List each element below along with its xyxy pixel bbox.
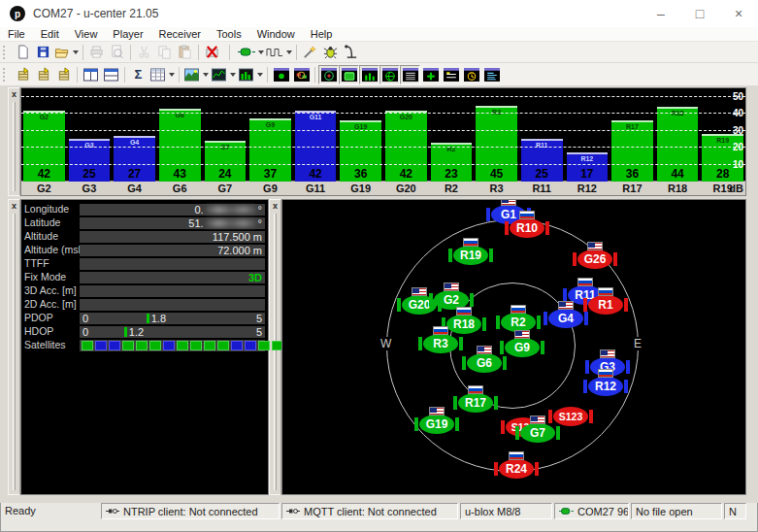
split-horizontal-icon[interactable] — [81, 65, 101, 84]
dropdown-caret-icon[interactable] — [203, 73, 209, 77]
world-position-icon[interactable] — [379, 65, 400, 84]
histogram-view-icon[interactable] — [237, 65, 264, 84]
info-panel-handle[interactable]: x — [8, 199, 20, 495]
redacted-value — [206, 219, 256, 227]
bar-sat-label: G7 — [205, 144, 247, 150]
satellite-R10: R10 — [504, 218, 550, 238]
signal-bar-G7: G724 — [203, 88, 248, 182]
satellite-tick — [501, 420, 505, 434]
menu-edit[interactable]: Edit — [33, 28, 67, 40]
dropdown-caret-icon[interactable] — [230, 73, 236, 77]
satellite-used-square — [258, 341, 270, 350]
deviation-map-icon[interactable] — [291, 65, 312, 84]
bar-value-label: 25 — [67, 167, 113, 181]
chart-view-icon[interactable] — [182, 65, 210, 84]
satellite-unused-square — [231, 341, 243, 350]
camera-view-icon[interactable] — [271, 65, 291, 84]
satellite-tick — [624, 298, 628, 312]
menu-window[interactable]: Window — [249, 28, 303, 40]
new-file-icon[interactable] — [13, 43, 33, 62]
menu-receiver[interactable]: Receiver — [151, 28, 209, 40]
axis-label-G3: G3 — [67, 183, 113, 194]
panel-grip[interactable] — [13, 102, 16, 191]
maximize-button[interactable]: □ — [680, 0, 719, 27]
sky-view-icon[interactable] — [318, 65, 339, 84]
table-view-icon[interactable] — [148, 65, 176, 84]
menu-help[interactable]: Help — [303, 28, 341, 40]
close-button[interactable]: × — [719, 0, 758, 27]
satellite-tick — [537, 316, 541, 329]
text-console-icon[interactable] — [481, 65, 502, 84]
messages-view-icon[interactable] — [400, 65, 420, 84]
signal-chart-panel-handle[interactable]: x — [8, 87, 20, 196]
axis-label-R3: R3 — [474, 183, 519, 194]
bar-sat-label: R12 — [567, 155, 609, 162]
connect-receiver-icon[interactable] — [237, 43, 265, 62]
toolbar-separator — [124, 67, 125, 83]
line-chart-view-icon[interactable] — [210, 65, 237, 84]
panel-grip[interactable] — [274, 214, 277, 490]
axis-label-R17: R17 — [610, 183, 655, 194]
toolbar-grip[interactable] — [3, 46, 9, 59]
bar-value-label: 42 — [293, 167, 339, 181]
info-label: Fix Mode — [24, 272, 80, 283]
minimize-button[interactable]: – — [642, 0, 680, 27]
us-flag-icon — [600, 349, 615, 358]
close-sky-view-button[interactable]: x — [270, 201, 280, 212]
database-export-icon[interactable] — [53, 65, 74, 84]
sky-view-panel: W E G1R10R19G26G20G2R11R1G4R2R18R3G9G6G3… — [281, 199, 746, 495]
statistics-view-icon[interactable]: Σ — [128, 65, 148, 84]
satellite-label: G9 — [505, 338, 540, 357]
menu-tools[interactable]: Tools — [209, 28, 249, 40]
auto-bauding-icon[interactable] — [300, 43, 320, 62]
axis-label-G11: G11 — [293, 183, 339, 194]
status-field-com27-9600: COM27 9600 — [554, 503, 629, 519]
satellite-tick — [455, 417, 459, 431]
dropdown-caret-icon[interactable] — [257, 73, 263, 77]
signal-chart-icon[interactable] — [359, 65, 379, 84]
menu-view[interactable]: View — [67, 28, 106, 40]
bar-value-label: 45 — [474, 167, 519, 181]
close-signal-chart-button[interactable]: x — [9, 89, 19, 100]
open-file-icon[interactable] — [53, 43, 80, 62]
dropdown-caret-icon[interactable] — [286, 50, 292, 54]
toolbar-grip[interactable] — [3, 68, 9, 82]
value-prefix: 51. — [188, 217, 203, 229]
west-label: W — [379, 337, 393, 350]
window-controls: – □ × — [642, 0, 758, 27]
debug-messages-icon[interactable] — [320, 43, 341, 62]
menu-player[interactable]: Player — [105, 28, 150, 40]
close-info-panel-button[interactable]: x — [9, 201, 19, 212]
database-new-icon[interactable] — [13, 65, 33, 84]
menu-file[interactable]: File — [0, 28, 33, 40]
satellite-unused-square — [109, 341, 120, 350]
satellite-tick — [486, 208, 490, 221]
satellite-S123: S123 — [547, 407, 594, 426]
russia-flag-icon — [577, 278, 593, 286]
dropdown-caret-icon[interactable] — [258, 50, 264, 54]
us-flag-icon — [558, 301, 574, 310]
us-flag-icon — [412, 287, 427, 296]
map-view-icon[interactable] — [339, 65, 359, 84]
satellite-tick — [556, 426, 560, 440]
packet-console-icon[interactable] — [461, 65, 481, 84]
bar-value-label: 27 — [112, 167, 157, 181]
satellite-label: R2 — [501, 313, 536, 332]
binary-console-icon[interactable] — [441, 65, 461, 84]
satellite-R3: R3 — [417, 334, 464, 353]
baudrate-icon[interactable] — [265, 43, 293, 62]
info-value: 3D — [80, 272, 265, 283]
configuration-view-icon[interactable] — [420, 65, 441, 84]
status-field-no-file-open: No file open — [631, 503, 722, 519]
disconnect-icon[interactable] — [202, 43, 222, 62]
satellite-G4: G4 — [543, 309, 589, 328]
split-vertical-icon[interactable] — [101, 65, 121, 84]
dropdown-caret-icon[interactable] — [73, 50, 79, 54]
dropdown-caret-icon[interactable] — [169, 73, 175, 77]
database-import-icon[interactable] — [33, 65, 53, 84]
panel-grip[interactable] — [13, 214, 16, 490]
satellite-tick — [541, 341, 544, 354]
antenna-icon[interactable] — [341, 43, 361, 62]
satellite-tick — [505, 221, 509, 235]
save-file-icon[interactable] — [33, 43, 53, 62]
